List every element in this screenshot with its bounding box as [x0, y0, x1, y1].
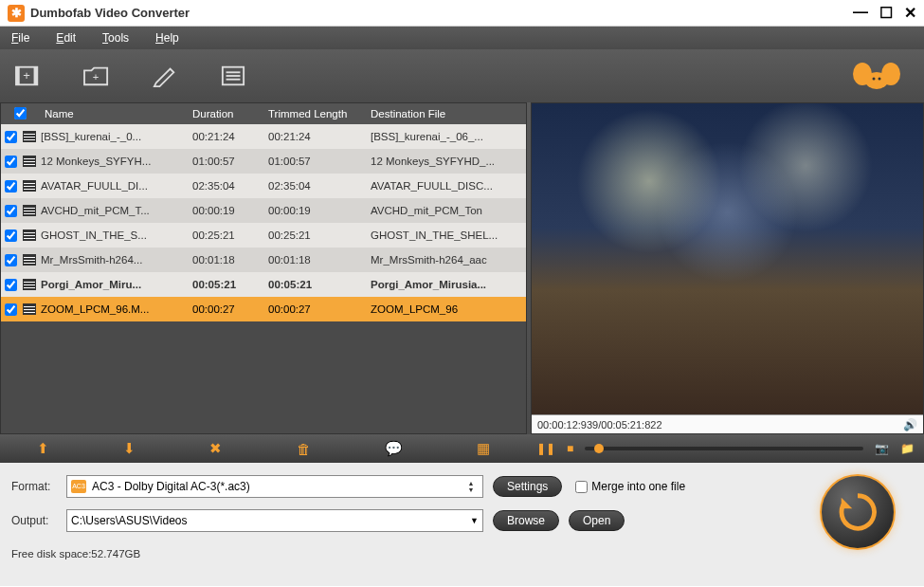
row-checkbox[interactable] — [5, 180, 17, 193]
move-up-button[interactable]: ⬆ — [37, 440, 49, 457]
row-trimmed: 00:00:27 — [264, 303, 367, 315]
add-file-icon: + — [14, 64, 43, 88]
row-duration: 02:35:04 — [189, 180, 264, 192]
row-checkbox[interactable] — [5, 131, 17, 143]
pencil-icon — [151, 64, 179, 88]
col-duration[interactable]: Duration — [189, 108, 264, 119]
svg-point-12 — [873, 78, 876, 81]
format-label: Format: — [11, 480, 66, 493]
merge-checkbox[interactable] — [575, 481, 588, 493]
row-checkbox[interactable] — [5, 156, 17, 168]
row-trimmed: 02:35:04 — [264, 180, 367, 192]
close-button[interactable]: ✕ — [904, 4, 916, 22]
row-checkbox[interactable] — [5, 279, 17, 291]
row-trimmed: 01:00:57 — [264, 156, 367, 167]
convert-button[interactable] — [820, 474, 896, 550]
row-destination: Mr_MrsSmith-h264_aac — [367, 254, 526, 266]
row-filename: 12 Monkeys_SYFYH... — [39, 156, 189, 167]
row-destination: [BSS]_kurenai_-_06_... — [367, 131, 526, 142]
row-duration: 00:01:18 — [189, 254, 264, 266]
check-all[interactable] — [14, 107, 27, 119]
preview-panel: 00:00:12:939/00:05:21:822 🔊 — [531, 102, 924, 434]
window-title: Dumbofab Video Converter — [30, 6, 190, 20]
bottom-panel: Format: AC3 AC3 - Dolby Digital AC-3(*.a… — [0, 463, 924, 586]
col-name[interactable]: Name — [39, 108, 189, 119]
menu-file[interactable]: File — [11, 31, 29, 45]
row-checkbox[interactable] — [5, 229, 17, 242]
format-combo[interactable]: AC3 AC3 - Dolby Digital AC-3(*.ac3) ▲▼ — [66, 475, 483, 498]
output-dropdown-icon[interactable]: ▼ — [470, 516, 479, 525]
menu-tools[interactable]: Tools — [102, 31, 129, 45]
clear-button[interactable]: 🗑 — [297, 441, 311, 457]
row-checkbox[interactable] — [5, 303, 17, 316]
mascot-logo-icon — [848, 57, 905, 95]
table-row[interactable]: AVCHD_mit_PCM_T...00:00:1900:00:19AVCHD_… — [1, 198, 526, 223]
filmstrip-icon — [23, 205, 36, 216]
table-row[interactable]: 12 Monkeys_SYFYH...01:00:5701:00:5712 Mo… — [1, 149, 526, 174]
row-destination: ZOOM_LPCM_96 — [367, 303, 526, 315]
menu-edit[interactable]: Edit — [56, 31, 76, 45]
table-row[interactable]: GHOST_IN_THE_S...00:25:2100:25:21GHOST_I… — [1, 223, 526, 248]
row-checkbox[interactable] — [5, 205, 17, 217]
filmstrip-icon — [23, 180, 36, 192]
settings-button[interactable]: Settings — [493, 476, 562, 497]
row-destination: Porgi_Amor_Mirusia... — [367, 279, 526, 290]
add-folder-button[interactable]: + — [80, 61, 114, 91]
file-table: Name Duration Trimmed Length Destination… — [0, 102, 527, 434]
open-button[interactable]: Open — [569, 510, 625, 531]
table-row[interactable]: AVATAR_FUULL_DI...02:35:0402:35:04AVATAR… — [1, 174, 526, 198]
row-destination: AVCHD_mit_PCM_Ton — [367, 205, 526, 216]
filmstrip-icon — [23, 254, 36, 266]
filmstrip-icon — [23, 303, 36, 315]
pause-button[interactable]: ❚❚ — [536, 442, 555, 455]
seek-slider[interactable] — [585, 447, 863, 450]
row-filename: ZOOM_LPCM_96.M... — [39, 303, 189, 315]
row-trimmed: 00:25:21 — [264, 229, 367, 241]
format-spin[interactable]: ▲▼ — [463, 480, 479, 493]
svg-point-11 — [881, 63, 900, 85]
svg-rect-2 — [34, 67, 38, 85]
split-button[interactable]: ▦ — [477, 440, 490, 457]
snapshot-folder-button[interactable]: 📁 — [900, 442, 915, 455]
col-destination[interactable]: Destination File — [367, 108, 526, 119]
minimize-button[interactable]: — — [853, 4, 868, 22]
table-row[interactable]: Mr_MrsSmith-h264...00:01:1800:01:18Mr_Mr… — [1, 248, 526, 272]
table-row[interactable]: ZOOM_LPCM_96.M...00:00:2700:00:27ZOOM_LP… — [1, 297, 526, 321]
row-filename: AVCHD_mit_PCM_T... — [39, 205, 189, 216]
browse-button[interactable]: Browse — [493, 510, 559, 531]
row-checkbox[interactable] — [5, 254, 17, 266]
row-trimmed: 00:01:18 — [264, 254, 367, 266]
info-button[interactable]: 💬 — [385, 440, 403, 457]
convert-icon — [836, 490, 879, 534]
snapshot-button[interactable]: 📷 — [875, 442, 889, 455]
format-value: AC3 - Dolby Digital AC-3(*.ac3) — [92, 480, 458, 493]
maximize-button[interactable]: ☐ — [879, 4, 893, 22]
list-button[interactable] — [216, 61, 250, 91]
row-destination: GHOST_IN_THE_SHEL... — [367, 229, 526, 241]
svg-rect-1 — [16, 67, 20, 85]
row-destination: 12 Monkeys_SYFYHD_... — [367, 156, 526, 167]
app-logo-icon: ✱ — [8, 5, 25, 22]
edit-button[interactable] — [148, 61, 182, 91]
row-filename: GHOST_IN_THE_S... — [39, 229, 189, 241]
remove-button[interactable]: ✖ — [209, 440, 222, 457]
titlebar: ✱ Dumbofab Video Converter — ☐ ✕ — [0, 0, 924, 27]
output-combo[interactable]: C:\Users\ASUS\Videos ▼ — [66, 509, 483, 532]
table-row[interactable]: [BSS]_kurenai_-_0...00:21:2400:21:24[BSS… — [1, 124, 526, 149]
table-row[interactable]: Porgi_Amor_Miru...00:05:2100:05:21Porgi_… — [1, 272, 526, 297]
row-trimmed: 00:05:21 — [264, 279, 367, 290]
row-duration: 01:00:57 — [189, 156, 264, 167]
row-filename: Mr_MrsSmith-h264... — [39, 254, 189, 266]
move-down-button[interactable]: ⬇ — [123, 440, 136, 457]
add-file-button[interactable]: + — [11, 61, 45, 91]
menubar: File Edit Tools Help — [0, 27, 924, 49]
volume-icon[interactable]: 🔊 — [903, 418, 917, 431]
preview-video[interactable] — [532, 103, 923, 414]
stop-button[interactable]: ■ — [567, 442, 573, 455]
preview-timecode: 00:00:12:939/00:05:21:822 — [537, 419, 662, 431]
row-duration: 00:21:24 — [189, 131, 264, 142]
menu-help[interactable]: Help — [155, 31, 179, 45]
row-filename: Porgi_Amor_Miru... — [39, 279, 189, 290]
output-value: C:\Users\ASUS\Videos — [71, 514, 464, 527]
col-trimmed[interactable]: Trimmed Length — [264, 108, 367, 119]
